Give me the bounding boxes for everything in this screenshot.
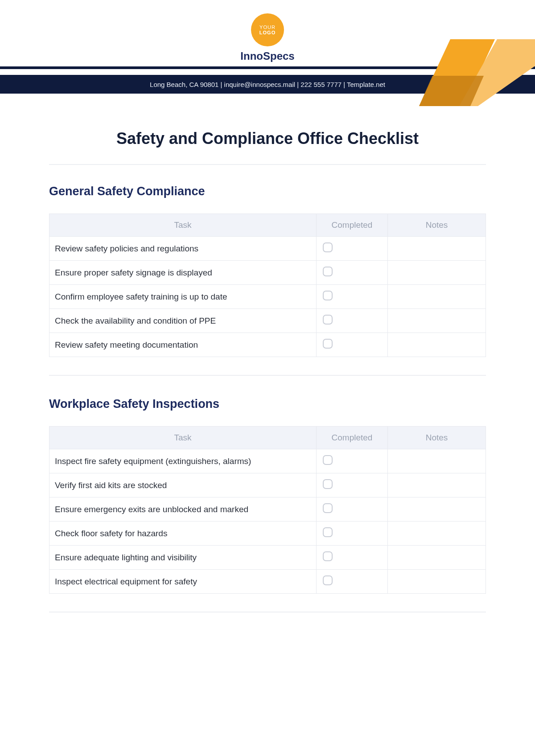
notes-cell[interactable] xyxy=(388,449,486,473)
table-row: Inspect fire safety equipment (extinguis… xyxy=(49,449,486,473)
section-title: Workplace Safety Inspections xyxy=(49,397,486,411)
task-cell: Inspect electrical equipment for safety xyxy=(49,570,317,594)
table-row: Inspect electrical equipment for safety xyxy=(49,570,486,594)
column-header-completed: Completed xyxy=(317,427,388,449)
task-cell: Verify first aid kits are stocked xyxy=(49,473,317,497)
notes-cell[interactable] xyxy=(388,570,486,594)
completed-cell xyxy=(317,473,388,497)
completed-cell xyxy=(317,333,388,357)
table-row: Ensure emergency exits are unblocked and… xyxy=(49,497,486,522)
notes-cell[interactable] xyxy=(388,546,486,570)
task-cell: Confirm employee safety training is up t… xyxy=(49,285,317,309)
checkbox-icon[interactable] xyxy=(323,503,333,513)
checkbox-icon[interactable] xyxy=(323,339,333,349)
logo-text-line1: YOUR xyxy=(259,25,276,30)
completed-cell xyxy=(317,261,388,285)
checkbox-icon[interactable] xyxy=(323,242,333,252)
task-cell: Check the availability and condition of … xyxy=(49,309,317,333)
table-row: Check the availability and condition of … xyxy=(49,309,486,333)
completed-cell xyxy=(317,570,388,594)
task-cell: Review safety policies and regulations xyxy=(49,237,317,261)
completed-cell xyxy=(317,497,388,522)
completed-cell xyxy=(317,522,388,546)
checkbox-icon[interactable] xyxy=(323,267,333,276)
table-row: Review safety policies and regulations xyxy=(49,237,486,261)
column-header-task: Task xyxy=(49,427,317,449)
checkbox-icon[interactable] xyxy=(323,315,333,325)
section-divider xyxy=(49,612,486,612)
task-cell: Ensure emergency exits are unblocked and… xyxy=(49,497,317,522)
checkbox-icon[interactable] xyxy=(323,551,333,561)
section-divider xyxy=(49,375,486,376)
notes-cell[interactable] xyxy=(388,497,486,522)
task-cell: Inspect fire safety equipment (extinguis… xyxy=(49,449,317,473)
logo-placeholder-icon: YOUR LOGO xyxy=(251,13,284,46)
company-name: InnoSpecs xyxy=(240,50,294,62)
column-header-notes: Notes xyxy=(388,214,486,237)
checklist-table: TaskCompletedNotesInspect fire safety eq… xyxy=(49,426,486,594)
notes-cell[interactable] xyxy=(388,237,486,261)
table-row: Ensure proper safety signage is displaye… xyxy=(49,261,486,285)
checkbox-icon[interactable] xyxy=(323,455,333,465)
notes-cell[interactable] xyxy=(388,261,486,285)
column-header-task: Task xyxy=(49,214,317,237)
notes-cell[interactable] xyxy=(388,522,486,546)
table-row: Review safety meeting documentation xyxy=(49,333,486,357)
checkbox-icon[interactable] xyxy=(323,575,333,585)
notes-cell[interactable] xyxy=(388,473,486,497)
notes-cell[interactable] xyxy=(388,309,486,333)
document-body: Safety and Compliance Office Checklist G… xyxy=(0,103,535,612)
notes-cell[interactable] xyxy=(388,285,486,309)
completed-cell xyxy=(317,546,388,570)
checklist-table: TaskCompletedNotesReview safety policies… xyxy=(49,214,486,357)
checkbox-icon[interactable] xyxy=(323,291,333,300)
task-cell: Review safety meeting documentation xyxy=(49,333,317,357)
task-cell: Check floor safety for hazards xyxy=(49,522,317,546)
task-cell: Ensure adequate lighting and visibility xyxy=(49,546,317,570)
checkbox-icon[interactable] xyxy=(323,527,333,537)
completed-cell xyxy=(317,309,388,333)
logo-text-line2: LOGO xyxy=(259,30,276,35)
section-title: General Safety Compliance xyxy=(49,185,486,198)
document-header: YOUR LOGO InnoSpecs Long Beach, CA 90801… xyxy=(0,0,535,103)
checkbox-icon[interactable] xyxy=(323,479,333,489)
table-row: Ensure adequate lighting and visibility xyxy=(49,546,486,570)
contact-info: Long Beach, CA 90801 | inquire@innospecs… xyxy=(150,81,385,88)
notes-cell[interactable] xyxy=(388,333,486,357)
title-divider xyxy=(49,164,486,165)
column-header-completed: Completed xyxy=(317,214,388,237)
completed-cell xyxy=(317,449,388,473)
table-row: Confirm employee safety training is up t… xyxy=(49,285,486,309)
table-row: Verify first aid kits are stocked xyxy=(49,473,486,497)
completed-cell xyxy=(317,237,388,261)
column-header-notes: Notes xyxy=(388,427,486,449)
completed-cell xyxy=(317,285,388,309)
decorative-shape-icon xyxy=(419,39,535,106)
task-cell: Ensure proper safety signage is displaye… xyxy=(49,261,317,285)
table-row: Check floor safety for hazards xyxy=(49,522,486,546)
page-title: Safety and Compliance Office Checklist xyxy=(49,129,486,148)
